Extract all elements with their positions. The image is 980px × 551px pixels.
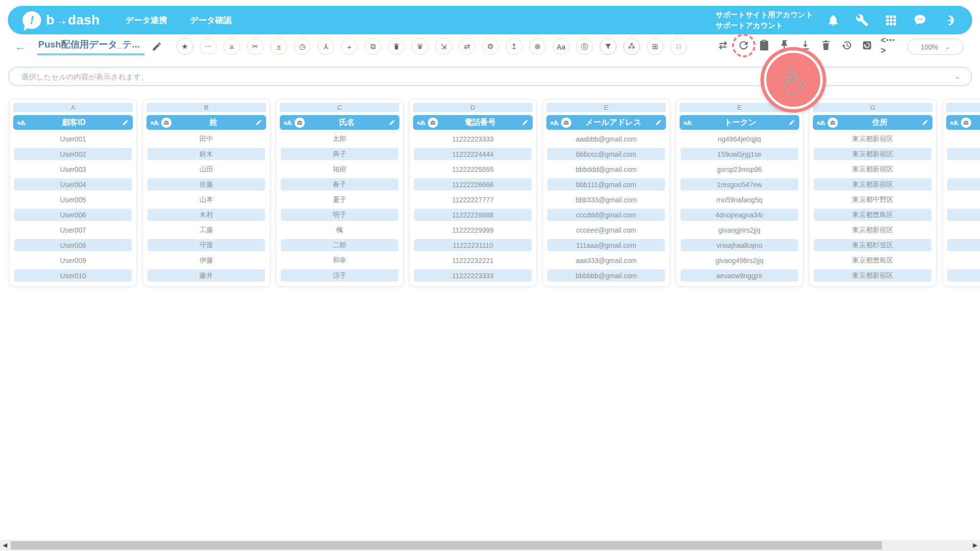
settings-wrench-icon[interactable] (856, 14, 869, 27)
cell[interactable]: aevaow9nggjrir (681, 269, 798, 282)
restore-data-icon[interactable] (861, 39, 873, 51)
cell[interactable]: 東京都新宿区 (814, 269, 931, 282)
cell[interactable]: gsrsp23msp96 (681, 163, 798, 175)
cell[interactable]: 1resgno547ew (681, 178, 798, 191)
scrollbar-thumb[interactable] (11, 541, 882, 550)
cell[interactable]: vrioajhaalkajno (681, 239, 798, 251)
column-header[interactable]: aあ顧客ID (13, 115, 133, 130)
cell[interactable] (947, 148, 980, 160)
cell[interactable]: 11222228888 (414, 209, 532, 221)
crown-icon[interactable]: ♛ (412, 38, 428, 55)
timer-icon[interactable]: ◷ (294, 38, 311, 55)
zero-box-icon[interactable]: ⓪ (576, 38, 593, 55)
column-letter[interactable]: A (13, 103, 133, 112)
cell[interactable]: 11222229999 (414, 224, 532, 236)
cell[interactable]: 11222223333 (414, 133, 532, 145)
split-branch-icon[interactable]: ⅄ (318, 38, 334, 55)
duplicate-icon[interactable]: ⧉ (365, 38, 381, 55)
formula-input[interactable] (21, 72, 954, 81)
cell[interactable]: 工藤 (147, 224, 265, 236)
cell[interactable]: bbb333@gmail.com (547, 193, 665, 206)
cell[interactable]: bbbddd@gmail.com (547, 163, 665, 175)
delete-trash-icon[interactable] (388, 38, 405, 55)
formula-expand-chevron-icon[interactable]: ⌄ (954, 72, 960, 81)
letter-case-icon[interactable]: Aa (553, 38, 569, 55)
cell[interactable]: 二郎 (281, 239, 398, 251)
cell[interactable]: 涼子 (281, 269, 398, 282)
add-plus-icon[interactable]: + (341, 38, 358, 55)
cell[interactable]: 明子 (281, 209, 398, 221)
cell[interactable]: 守屋 (147, 239, 265, 251)
cell[interactable]: User001 (14, 133, 132, 145)
cell[interactable]: aaabbb@gmail.com (547, 133, 665, 145)
column-letter[interactable]: E (546, 103, 666, 112)
cell[interactable]: 11222231110 (414, 239, 532, 251)
column-letter[interactable]: D (413, 103, 533, 112)
document-title[interactable]: Push配信用データ_テ... (37, 38, 145, 55)
remove-circle-icon[interactable]: ⊗ (529, 38, 546, 55)
cell[interactable] (947, 193, 980, 206)
cell[interactable]: bbbbbb@gmail.com (547, 269, 665, 282)
edit-title-pencil-icon[interactable] (151, 41, 162, 52)
column-header[interactable]: aあ (946, 115, 980, 130)
edit-column-pencil-icon[interactable] (922, 119, 929, 126)
cell[interactable]: 11222232221 (414, 254, 532, 266)
cell[interactable]: User003 (14, 163, 132, 175)
cell[interactable]: ng4964je0qjtq (681, 133, 798, 145)
cell[interactable]: 夏子 (281, 193, 398, 206)
edit-column-pencil-icon[interactable] (122, 119, 129, 126)
cell[interactable]: 東京都新宿区 (814, 224, 931, 236)
cell[interactable]: bbbccc@gmail.com (547, 148, 665, 160)
filter-funnel-icon[interactable] (600, 38, 616, 55)
clipboard-paste-icon[interactable] (758, 39, 770, 51)
cell[interactable]: 典子 (281, 148, 398, 160)
cell[interactable]: 伊藤 (147, 254, 265, 266)
cell[interactable] (947, 239, 980, 251)
cell[interactable]: 藤井 (147, 269, 265, 282)
column-header[interactable]: aあメールアドレス (546, 115, 666, 130)
merge-columns-icon[interactable]: ∷ (670, 38, 687, 55)
nav-item-data-check[interactable]: データ確認 (190, 15, 232, 26)
swap-horizontal-icon[interactable] (717, 39, 729, 51)
cut-scissors-icon[interactable]: ✂ (247, 38, 264, 55)
download-icon[interactable] (799, 39, 811, 51)
cell[interactable]: 東京都豊島区 (814, 209, 931, 221)
cell[interactable]: 東京都新宿区 (814, 178, 931, 191)
history-icon[interactable] (840, 39, 853, 51)
table-grid-icon[interactable]: ⊞ (647, 38, 663, 55)
cell[interactable]: 11222224444 (414, 148, 532, 160)
back-button[interactable]: ← (15, 41, 26, 52)
calculate-icon[interactable]: ± (270, 38, 287, 55)
distribute-dots-icon[interactable]: ⁂ (623, 38, 640, 55)
column-letter[interactable]: C (280, 103, 399, 112)
cell[interactable]: givaog496rs2jjq (681, 254, 798, 266)
apps-grid-icon[interactable] (884, 14, 898, 27)
cell[interactable]: User002 (14, 148, 132, 160)
scroll-left-arrow-icon[interactable]: ◀ (1, 541, 9, 549)
cell[interactable]: ccceee@gmail.com (547, 224, 665, 236)
cell[interactable]: User004 (14, 178, 132, 191)
cell[interactable]: 東京都杉並区 (814, 239, 931, 251)
cell[interactable]: 田中 (147, 133, 265, 145)
cell[interactable]: 祐樹 (281, 163, 398, 175)
zoom-control[interactable]: 100% ⌄ (907, 39, 963, 55)
nav-item-data-integration[interactable]: データ連携 (125, 15, 168, 26)
cell[interactable]: 東京都豊島区 (814, 254, 931, 266)
cell[interactable] (947, 224, 980, 236)
cell[interactable]: User007 (14, 224, 132, 236)
column-letter[interactable] (946, 103, 980, 112)
favorite-star-icon[interactable]: ★ (176, 38, 193, 55)
cell[interactable]: 太郎 (281, 133, 398, 145)
upload-share-icon[interactable]: ↥ (506, 38, 522, 55)
edit-column-pencil-icon[interactable] (255, 119, 262, 126)
cell[interactable]: 鈴木 (147, 148, 265, 160)
scroll-right-arrow-icon[interactable]: ▶ (971, 541, 979, 549)
pin-icon[interactable] (779, 39, 791, 51)
cell[interactable]: User010 (14, 269, 132, 282)
collapse-icon[interactable]: ⇲ (435, 38, 452, 55)
cell[interactable]: 11222226666 (414, 178, 532, 191)
cell[interactable]: 木村 (147, 209, 265, 221)
cell[interactable] (947, 254, 980, 266)
cell[interactable]: 4dnojreagna34r (681, 209, 798, 221)
cell[interactable] (947, 163, 980, 175)
